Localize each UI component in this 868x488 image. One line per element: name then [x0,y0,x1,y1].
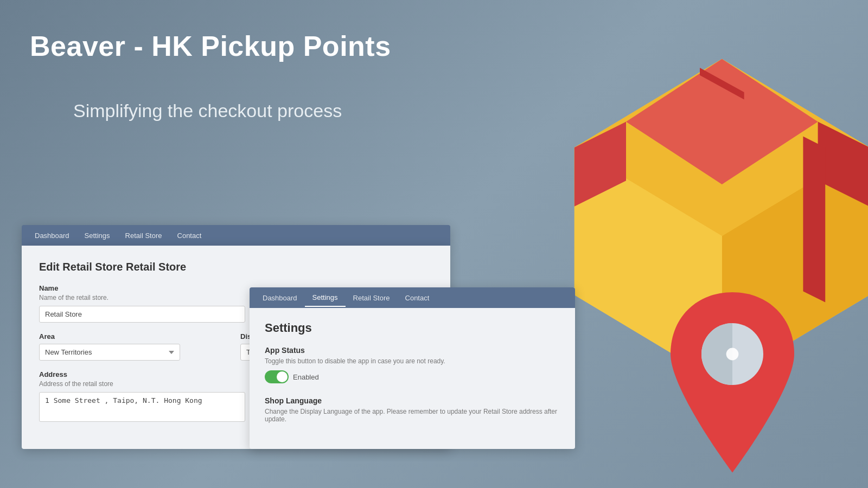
area-label: Area [39,332,232,341]
settings-card: Dashboard Settings Retail Store Contact … [250,287,575,449]
app-status-title: App Status [265,346,560,355]
area-select[interactable]: New Territories Hong Kong Island Kowloon [39,344,180,361]
nav-settings[interactable]: Settings [77,227,118,244]
form-title: Edit Retail Store Retail Store [39,261,433,273]
main-title: Beaver - HK Pickup Points [30,30,391,62]
shop-language-desc: Change the Display Language of the app. … [265,408,560,423]
shop-language-section: Shop Language Change the Display Languag… [265,396,560,423]
settings-nav-retail-store[interactable]: Retail Store [346,290,398,306]
settings-nav-bar: Dashboard Settings Retail Store Contact [250,287,575,308]
settings-title: Settings [265,321,560,335]
nav-contact[interactable]: Contact [170,227,209,244]
shop-language-title: Shop Language [265,396,560,405]
nav-retail-store[interactable]: Retail Store [118,227,170,244]
address-textarea[interactable]: 1 Some Street , Taipo, N.T. Hong Kong [39,392,245,422]
svg-point-10 [726,348,739,361]
pin-illustration [651,282,814,488]
svg-marker-7 [803,137,825,303]
settings-nav-dashboard[interactable]: Dashboard [255,290,305,306]
app-status-desc: Toggle this button to disable the app in… [265,357,560,365]
settings-nav-settings[interactable]: Settings [305,289,346,307]
name-input[interactable] [39,306,245,323]
app-status-section: App Status Toggle this button to disable… [265,346,560,383]
sub-title: Simplifying the checkout process [73,100,391,121]
nav-dashboard[interactable]: Dashboard [27,227,77,244]
settings-body: Settings App Status Toggle this button t… [250,308,575,449]
main-nav-bar: Dashboard Settings Retail Store Contact [22,225,450,246]
app-status-toggle[interactable] [265,370,289,383]
toggle-label: Enabled [293,373,319,381]
settings-nav-contact[interactable]: Contact [398,290,437,306]
toggle-container: Enabled [265,370,560,383]
area-group: Area New Territories Hong Kong Island Ko… [39,332,232,361]
title-area: Beaver - HK Pickup Points Simplifying th… [30,30,391,121]
